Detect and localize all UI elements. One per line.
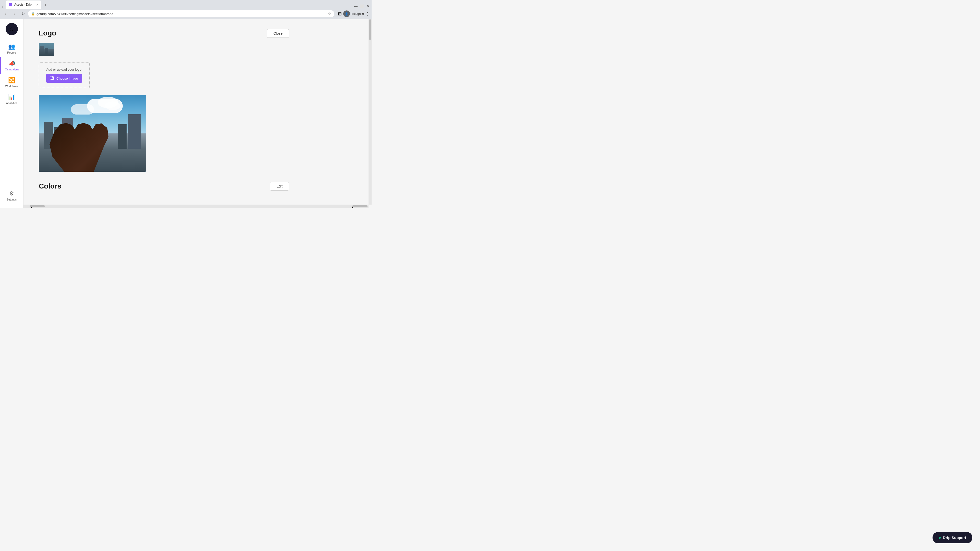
choose-image-button[interactable]: 🖼 Choose Image [46,74,82,83]
window-minimize-button[interactable]: — [354,4,358,8]
sidebar: ☺ 👥 People 📣 Campaigns 🔀 Workflows 📊 Ana… [0,19,24,208]
tab-favicon [9,3,12,6]
chevron-down-icon[interactable]: ‹ [2,5,3,9]
logo-thumbnail [39,43,54,56]
extensions-icon[interactable]: ⊞ [338,11,342,17]
incognito-label: Incognito [352,12,364,16]
logo-section-title: Logo [39,29,56,37]
profile-icon[interactable]: 👤 [343,11,350,17]
scrollbar-left-arrow: ◂ [30,205,45,207]
colors-section-title: Colors [39,182,62,190]
logo-section-header: Logo Close [39,29,289,38]
sidebar-label-analytics: Analytics [6,102,17,105]
vertical-scrollbar[interactable] [369,19,372,205]
content-area: Logo Close Add or upload your logo 🖼 [24,19,372,208]
logo-face-icon: ☺ [9,26,14,32]
city-background [39,95,146,171]
upload-hint-text: Add or upload your logo [46,68,81,71]
settings-icon: ⚙ [9,190,14,197]
sidebar-item-analytics[interactable]: 📊 Analytics [0,91,23,108]
choose-image-label: Choose Image [56,76,78,80]
back-button[interactable]: ‹ [2,10,9,17]
colors-section-header: Colors Edit [39,182,289,191]
address-bar[interactable]: 🔒 getdrip.com/7641396/settings/assets?se… [28,10,334,17]
people-icon: 👥 [8,43,15,50]
sidebar-item-settings[interactable]: ⚙ Settings [0,187,23,204]
image-icon: 🖼 [50,76,54,81]
sidebar-label-workflows: Workflows [5,85,18,88]
forward-button[interactable]: › [11,10,18,17]
main-content: Logo Close Add or upload your logo 🖼 [24,19,304,201]
analytics-icon: 📊 [8,94,15,100]
window-close-button[interactable]: ✕ [367,4,369,8]
sidebar-item-people[interactable]: 👥 People [0,40,23,57]
colors-edit-button[interactable]: Edit [270,182,289,191]
app-layout: ☺ 👥 People 📣 Campaigns 🔀 Workflows 📊 Ana… [0,19,372,208]
colors-section: Colors Edit [39,182,289,191]
nav-row: ‹ › ↻ 🔒 getdrip.com/7641396/settings/ass… [0,9,372,19]
sidebar-label-campaigns: Campaigns [5,68,19,71]
tab-title: Assets · Drip [14,3,32,6]
close-button[interactable]: Close [267,29,289,38]
url-text: getdrip.com/7641396/settings/assets?sect… [37,12,326,16]
upload-area: Add or upload your logo 🖼 Choose Image [39,62,89,88]
lock-icon: 🔒 [31,12,35,16]
sidebar-label-settings: Settings [6,198,17,201]
sidebar-item-campaigns[interactable]: 📣 Campaigns [0,57,23,74]
workflows-icon: 🔀 [8,77,15,84]
sidebar-item-workflows[interactable]: 🔀 Workflows [0,74,23,91]
sidebar-label-people: People [7,51,16,54]
nav-right: ⊞ 👤 Incognito ⋮ [338,11,369,17]
logo-thumbnail-image [39,43,54,56]
logo-preview-image [39,95,146,171]
app-logo[interactable]: ☺ [6,23,18,35]
tab-close-button[interactable]: × [36,3,38,6]
browser-tab[interactable]: Assets · Drip × [6,0,41,9]
campaigns-icon: 📣 [9,60,16,67]
vertical-scrollbar-thumb[interactable] [369,19,371,40]
browser-chrome: ‹ Assets · Drip × + — ⬜ ✕ ‹ › ↻ 🔒 getdri… [0,0,372,19]
horizontal-scrollbar[interactable]: ◂ ▸ [24,205,369,208]
bookmark-icon[interactable]: ☆ [328,12,331,16]
browser-menu-button[interactable]: ⋮ [366,11,369,16]
new-tab-button[interactable]: + [42,2,49,9]
scrollbar-right-arrow: ▸ [352,205,368,207]
window-maximize-button[interactable]: ⬜ [360,4,364,8]
refresh-button[interactable]: ↻ [19,10,27,17]
